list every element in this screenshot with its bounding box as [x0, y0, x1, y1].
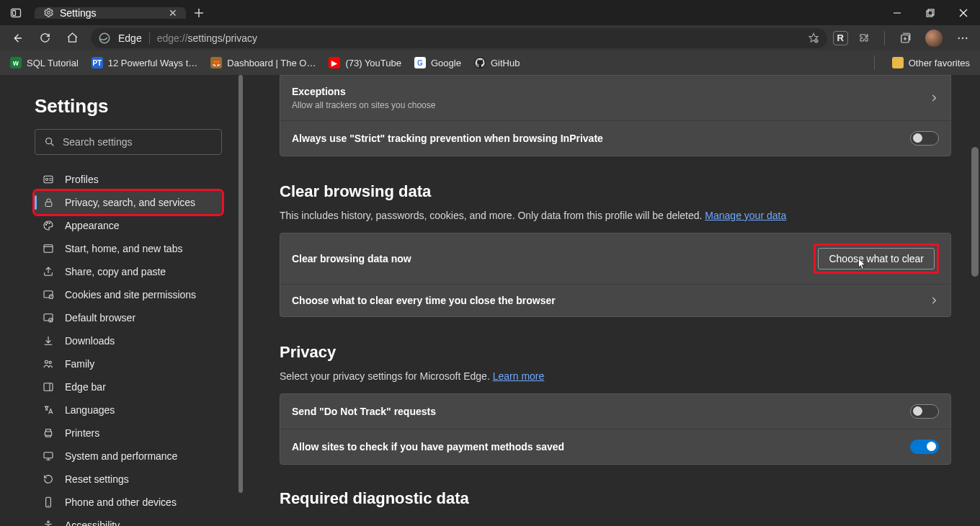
row-clear-on-close[interactable]: Choose what to clear every time you clos… [280, 284, 950, 316]
toggle-payment-check[interactable] [910, 440, 939, 454]
nav-label: Appearance [65, 220, 120, 231]
payment-title: Allow sites to check if you have payment… [292, 441, 564, 453]
home-icon [66, 32, 79, 44]
nav-share[interactable]: Share, copy and paste [35, 260, 222, 283]
accessibility-icon [42, 520, 55, 526]
svg-rect-3 [928, 9, 934, 15]
settings-nav: Profiles Privacy, search, and services A… [35, 168, 222, 526]
section-privacy-heading: Privacy [280, 343, 951, 362]
favicon-icon: 🦊 [210, 57, 222, 68]
bookmark-item[interactable]: PT 12 Powerful Ways t… [92, 57, 198, 68]
clear-card: Clear browsing data now Choose what to c… [280, 233, 951, 317]
nav-phone[interactable]: Phone and other devices [35, 491, 222, 514]
clear-now-title: Clear browsing data now [292, 253, 411, 264]
scrollbar-thumb[interactable] [239, 75, 243, 493]
nav-accessibility[interactable]: Accessibility [35, 514, 222, 526]
close-window-button[interactable] [947, 0, 980, 25]
svg-point-11 [46, 138, 52, 144]
dnt-title: Send "Do Not Track" requests [292, 406, 436, 417]
sidebar-icon [42, 381, 55, 393]
svg-rect-27 [44, 453, 53, 458]
back-button[interactable] [4, 27, 30, 49]
manage-your-data-link[interactable]: Manage your data [705, 210, 786, 221]
lock-icon [42, 197, 55, 208]
scrollbar-thumb[interactable] [971, 147, 979, 277]
bookmark-label: (73) YouTube [345, 58, 401, 68]
refresh-button[interactable] [32, 27, 58, 49]
nav-languages[interactable]: Languages [35, 398, 222, 422]
maximize-button[interactable] [914, 0, 947, 25]
browser-icon [42, 312, 55, 324]
reset-icon [42, 473, 55, 485]
nav-label: Downloads [65, 335, 115, 347]
nav-printers[interactable]: Printers [35, 422, 222, 445]
other-favorites-label: Other favorites [909, 58, 970, 68]
highlight-box: Choose what to clear [814, 244, 939, 274]
dots-icon [956, 32, 969, 45]
nav-system[interactable]: System and performance [35, 445, 222, 468]
printer-icon [42, 427, 55, 439]
svg-point-9 [962, 37, 963, 38]
nav-family[interactable]: Family [35, 352, 222, 375]
favicon-icon: G [414, 57, 426, 68]
nav-profiles[interactable]: Profiles [35, 168, 222, 191]
home-button[interactable] [59, 27, 85, 49]
address-bar[interactable]: Edge edge://settings/privacy [91, 28, 827, 48]
collections-icon [899, 32, 912, 45]
favorite-icon[interactable] [807, 32, 820, 45]
toggle-dnt[interactable] [910, 404, 939, 419]
nav-label: Default browser [65, 312, 135, 324]
extensions-button[interactable] [851, 27, 877, 49]
browser-tab[interactable]: Settings ✕ [35, 7, 186, 19]
rewards-button[interactable]: R [833, 31, 848, 45]
nav-default-browser[interactable]: Default browser [35, 306, 222, 329]
family-icon [42, 358, 55, 370]
collections-button[interactable] [892, 27, 918, 49]
bookmark-item[interactable]: GitHub [474, 57, 520, 68]
nav-downloads[interactable]: Downloads [35, 329, 222, 352]
sidebar-scrollbar[interactable] [238, 75, 244, 526]
nav-label: Share, copy and paste [65, 266, 166, 277]
nav-edge-bar[interactable]: Edge bar [35, 375, 222, 398]
learn-more-link[interactable]: Learn more [493, 370, 545, 382]
address-app-name: Edge [118, 32, 142, 44]
svg-point-29 [48, 521, 50, 523]
favicon-icon: ▶ [329, 57, 340, 68]
tab-close-button[interactable]: ✕ [169, 7, 177, 19]
bookmark-label: SQL Tutorial [27, 58, 79, 68]
folder-icon [892, 57, 904, 68]
menu-button[interactable] [950, 27, 976, 49]
tab-actions-button[interactable] [0, 7, 32, 19]
phone-icon [42, 496, 55, 508]
settings-search[interactable]: Search settings [35, 129, 222, 155]
nav-appearance[interactable]: Appearance [35, 214, 222, 237]
nav-reset[interactable]: Reset settings [35, 468, 222, 491]
nav-label: Profiles [65, 174, 99, 185]
svg-point-15 [45, 224, 46, 225]
section-clear-heading: Clear browsing data [280, 182, 951, 201]
choose-what-to-clear-button[interactable]: Choose what to clear [818, 248, 935, 269]
bookmark-item[interactable]: ▶ (73) YouTube [329, 57, 401, 68]
row-dnt: Send "Do Not Track" requests [280, 394, 950, 429]
toggle-strict-inprivate[interactable] [910, 131, 939, 146]
nav-label: Printers [65, 427, 99, 439]
nav-cookies[interactable]: Cookies and site permissions [35, 283, 222, 306]
nav-label: Phone and other devices [65, 496, 177, 508]
bookmark-item[interactable]: w SQL Tutorial [10, 57, 79, 68]
new-tab-button[interactable] [186, 8, 212, 18]
svg-rect-26 [45, 432, 51, 435]
svg-rect-4 [927, 11, 932, 17]
row-exceptions[interactable]: Exceptions Allow all trackers on sites y… [280, 76, 950, 120]
svg-rect-14 [45, 202, 52, 206]
profile-button[interactable] [921, 27, 947, 49]
chevron-right-icon [929, 295, 939, 306]
other-favorites[interactable]: Other favorites [892, 57, 970, 68]
page-scrollbar[interactable] [970, 75, 980, 526]
bookmark-item[interactable]: 🦊 Dashboard | The O… [210, 57, 316, 68]
bookmark-item[interactable]: G Google [414, 57, 461, 68]
minimize-button[interactable] [881, 0, 914, 25]
permissions-icon [42, 289, 55, 300]
nav-start[interactable]: Start, home, and new tabs [35, 237, 222, 260]
system-icon [42, 450, 55, 462]
nav-privacy[interactable]: Privacy, search, and services [35, 191, 222, 214]
